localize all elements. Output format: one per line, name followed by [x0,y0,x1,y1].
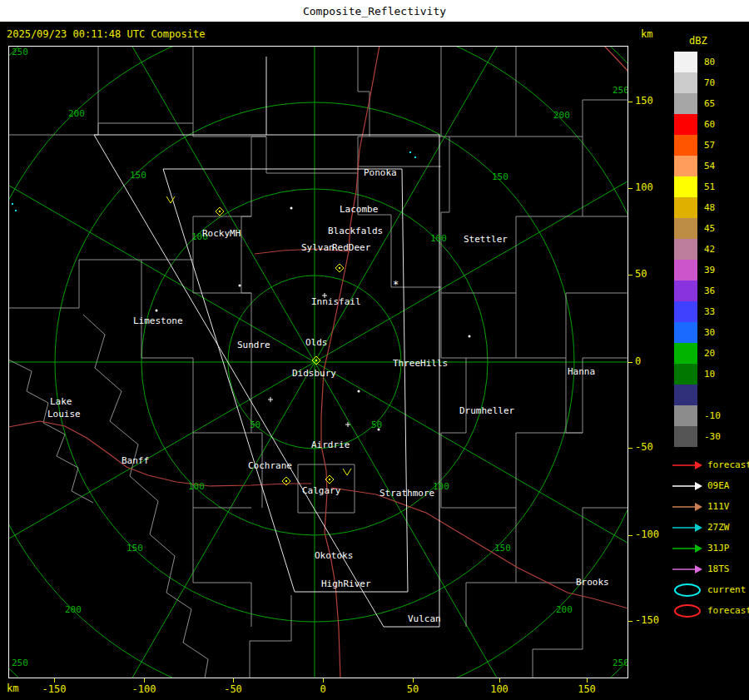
track-legend-label: 27ZW [707,522,730,533]
city-label: Louise [47,409,81,420]
map-marker-star: * [393,279,399,290]
window-title-bar: Composite_Reflectivity [0,0,749,22]
city-label: Lacombe [340,204,378,215]
track-legend-item: 09EA [671,475,749,496]
colorbar-entry: 65 [674,93,721,114]
y-axis-label: -100 [635,529,659,540]
colorbar-swatch [674,280,697,301]
colorbar-swatch [674,156,697,176]
x-axis-label: 150 [570,683,603,695]
colorbar-swatch [674,135,697,156]
map-marker-dot [469,335,471,338]
colorbar-entry: 30 [674,322,721,343]
track-legend-item: forecast [671,600,749,621]
colorbar-entry: 57 [674,135,721,156]
map-marker-dot [358,390,360,393]
colorbar-swatch [674,301,697,322]
x-axis-tick [54,678,55,683]
x-axis-label: -150 [37,683,71,695]
y-axis-unit-label: km [641,28,652,40]
colorbar-swatch [674,176,697,197]
range-ring-label: 250 [12,47,28,57]
map-marker-speck [12,203,13,205]
colorbar-swatch [674,343,697,364]
colorbar-label: 60 [704,114,715,135]
window-title: Composite_Reflectivity [303,5,446,17]
colorbar-label: 54 [704,156,715,176]
y-axis-tick [628,275,632,276]
colorbar-swatch [674,197,697,218]
track-arrow-icon [671,479,704,494]
y-axis-tick [628,102,632,102]
track-arrow-icon [671,520,704,535]
colorbar-entry: 39 [674,260,721,280]
colorbar-swatch [674,322,697,343]
colorbar-swatch [674,72,697,93]
range-ring-label: 200 [65,604,82,615]
x-axis-tick [323,678,324,683]
track-legend-item: 111V [671,496,749,517]
map-marker-dot [156,310,158,312]
dbz-colorbar: 80706560575451484542393633302010-10-30 [674,52,721,447]
colorbar-entry: 42 [674,239,721,260]
city-label: Sundre [237,340,270,350]
track-arrow-icon [671,458,704,473]
y-axis-label: 50 [635,268,647,280]
track-ellipse-icon [671,603,704,618]
colorbar-label: -30 [704,426,721,447]
range-ring-label: 150 [126,543,143,554]
colorbar-swatch [674,93,697,114]
map-marker-dot [239,285,241,287]
colorbar-entry: 54 [674,156,721,176]
colorbar-label: 20 [704,343,715,364]
range-ring-label: 100 [433,481,449,492]
colorbar-swatch [674,114,697,135]
colorbar-entry: 60 [674,114,721,135]
x-axis-tick [499,678,500,683]
city-label: Hanna [568,366,595,377]
colorbar-label: 39 [704,260,715,280]
range-ring-label: 200 [553,110,570,121]
track-legend-item: 31JP [671,538,749,559]
storm-track-legend: forecast09EA111V27ZW31JP18TScurrentforec… [671,454,749,621]
map-marker-speck [414,156,416,158]
track-legend-label: forecast [707,459,749,470]
city-label: Drumheller [459,405,515,416]
colorbar-label: 70 [704,72,715,93]
city-label: Innisfail [311,296,361,307]
range-ring-label: 50 [371,420,382,430]
colorbar-entry: -10 [674,405,721,426]
colorbar-label: 45 [704,218,715,239]
colorbar-entry [674,385,721,405]
range-ring-label: 150 [492,171,508,182]
colorbar-label: 10 [704,364,715,385]
colorbar-label: 57 [704,135,715,156]
colorbar-label: 30 [704,322,715,343]
radar-map[interactable]: * 25020015010010015020025050100150200250… [8,46,628,678]
map-marker-speck [15,210,17,211]
range-ring-label: 250 [613,658,628,668]
y-axis-tick [628,188,632,189]
colorbar-label: 33 [704,301,715,322]
track-legend-label: forecast [707,605,749,616]
track-legend-label: current [707,584,746,595]
range-ring-label: 150 [130,170,146,181]
city-label: Banff [122,455,149,466]
y-axis-tick [628,535,632,536]
range-ring-label: 150 [494,543,511,554]
city-label: Didsbury [292,368,336,379]
map-marker-dot [290,207,293,210]
y-axis-label: -150 [635,614,659,626]
city-label: Olds [305,337,328,348]
map-marker-diamond [335,264,344,272]
city-labels: PonokaLacombeBlackfaldsSylvanRedDeerRock… [47,167,609,624]
colorbar-swatch [674,260,697,280]
x-axis-label: 50 [396,683,429,695]
city-label: Okotoks [315,550,353,561]
track-legend-label: 18TS [707,563,730,574]
city-label: HighRiver [321,578,371,589]
track-arrow-icon [671,541,704,556]
colorbar-label: 65 [704,93,715,114]
colorbar-entry: 10 [674,364,721,385]
colorbar-title: dBZ [689,35,707,47]
